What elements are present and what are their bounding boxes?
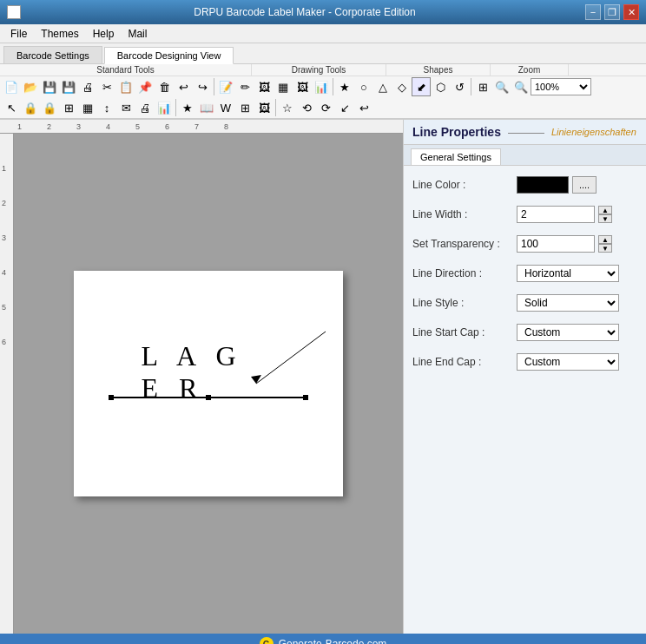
btn-r2-5[interactable]: ▦ (78, 98, 97, 117)
btn-shape-6[interactable]: ↺ (450, 77, 469, 96)
btn-r2-19[interactable]: ↩ (354, 98, 373, 117)
section-label-shapes: Shapes (386, 64, 491, 76)
ruler-tick-5: 5 (135, 122, 140, 131)
btn-print[interactable]: 🖨 (78, 77, 97, 96)
btn-new[interactable]: 📄 (2, 77, 21, 96)
line-handle-right[interactable] (303, 395, 308, 400)
btn-zoom-in[interactable]: 🔍 (492, 77, 511, 96)
btn-draw6[interactable]: 📊 (312, 77, 331, 96)
transparency-down[interactable]: ▼ (598, 244, 612, 253)
line-color-box[interactable] (517, 176, 569, 194)
transparency-input[interactable] (517, 235, 595, 253)
btn-r2-17[interactable]: ⟳ (316, 98, 335, 117)
prop-row-line-color: Line Color : .... (412, 176, 637, 194)
close-button[interactable]: ✕ (623, 4, 639, 20)
btn-copy[interactable]: 📋 (116, 77, 135, 96)
svg-marker-1 (251, 375, 261, 384)
tab-barcode-settings[interactable]: Barcode Settings (3, 46, 102, 63)
sep2 (333, 78, 333, 95)
btn-r2-3[interactable]: 🔒 (40, 98, 59, 117)
btn-shape-dia[interactable]: ◇ (392, 77, 412, 96)
line-style-select[interactable]: Solid Dashed Dotted (517, 294, 619, 312)
btn-shape-star[interactable]: ★ (335, 77, 354, 96)
line-width-input[interactable] (517, 206, 595, 223)
prop-control-transparency: ▲ ▼ (517, 235, 637, 253)
btn-r2-9[interactable]: 📊 (155, 98, 174, 117)
btn-r2-7[interactable]: ✉ (116, 98, 135, 117)
prop-label-line-style: Line Style : (412, 297, 517, 309)
btn-r2-4[interactable]: ⊞ (59, 98, 78, 117)
btn-save[interactable]: 💾 (40, 77, 59, 96)
properties-body: Line Color : .... Line Width : ▲ ▼ (404, 166, 646, 634)
prop-label-line-width: Line Width : (412, 208, 517, 220)
btn-r2-16[interactable]: ⟲ (297, 98, 316, 117)
line-start-cap-select[interactable]: Custom Flat Round Square Triangle (517, 324, 619, 341)
section-label-drawing: Drawing Tools (252, 64, 386, 76)
btn-draw1[interactable]: 📝 (216, 77, 235, 96)
window-title: DRPU Barcode Label Maker - Corporate Edi… (24, 6, 585, 18)
restore-button[interactable]: ❐ (604, 4, 620, 20)
btn-r2-13[interactable]: ⊞ (235, 98, 254, 117)
status-bar: G Generate-Barcode.com (0, 634, 646, 644)
label-canvas[interactable]: L A G E R (74, 271, 343, 496)
btn-draw3[interactable]: 🖼 (254, 77, 274, 96)
menu-file[interactable]: File (3, 26, 34, 42)
btn-shape-5[interactable]: ⬡ (431, 77, 450, 96)
line-width-down[interactable]: ▼ (598, 214, 612, 223)
btn-zoom-fit[interactable]: ⊞ (473, 77, 492, 96)
btn-open[interactable]: 📂 (21, 77, 40, 96)
btn-r2-18[interactable]: ↙ (335, 98, 354, 117)
menu-mail[interactable]: Mail (121, 26, 154, 42)
ruler-tick-2: 2 (47, 122, 51, 131)
toolbar-row-2: ↖ 🔒 🔒 ⊞ ▦ ↕ ✉ 🖨 📊 ★ 📖 W ⊞ 🖼 ☆ ⟲ ⟳ ↙ ↩ (0, 97, 646, 118)
btn-r2-14[interactable]: 🖼 (254, 98, 274, 117)
btn-draw2[interactable]: ✏ (235, 77, 254, 96)
line-handle-left[interactable] (109, 395, 114, 400)
transparency-up[interactable]: ▲ (598, 235, 612, 244)
btn-zoom-out[interactable]: 🔍 (511, 77, 531, 96)
btn-cut[interactable]: ✂ (97, 77, 116, 96)
prop-label-line-end-cap: Line End Cap : (412, 356, 517, 368)
properties-subtitle: Linieneigenschaften (551, 127, 636, 137)
line-element[interactable] (109, 397, 308, 398)
ruler-v-2: 2 (0, 173, 13, 207)
prop-control-line-color: .... (517, 176, 637, 194)
btn-delete[interactable]: 🗑 (155, 77, 174, 96)
menu-bar: File Themes Help Mail (0, 24, 646, 43)
transparency-spinner: ▲ ▼ (598, 235, 612, 253)
btn-r2-11[interactable]: 📖 (197, 98, 216, 117)
properties-header: Line Properties ——— Linieneigenschaften (404, 120, 646, 145)
line-width-up[interactable]: ▲ (598, 206, 612, 214)
line-color-picker-button[interactable]: .... (572, 176, 597, 194)
btn-r2-6[interactable]: ↕ (97, 98, 116, 117)
btn-r2-10[interactable]: ★ (178, 98, 197, 117)
menu-themes[interactable]: Themes (34, 26, 85, 42)
line-end-cap-select[interactable]: Custom Flat Round Square Triangle (517, 353, 619, 371)
line-handle-mid[interactable] (206, 395, 211, 400)
btn-save2[interactable]: 💾 (59, 77, 78, 96)
btn-paste[interactable]: 📌 (135, 77, 155, 96)
btn-undo[interactable]: ↩ (174, 77, 193, 96)
title-bar: DRPU Barcode Label Maker - Corporate Edi… (0, 0, 646, 24)
prop-tab-general[interactable]: General Settings (411, 148, 501, 165)
btn-r2-15[interactable]: ☆ (278, 98, 297, 117)
btn-draw5[interactable]: 🖼 (293, 77, 312, 96)
prop-row-transparency: Set Transparency : ▲ ▼ (412, 235, 637, 253)
zoom-select[interactable]: 100% 75% 150% 200% (531, 78, 591, 95)
tab-barcode-designing[interactable]: Barcode Designing View (104, 47, 234, 64)
btn-r2-1[interactable]: ↖ (2, 98, 21, 117)
menu-help[interactable]: Help (86, 26, 122, 42)
btn-shape-tri[interactable]: △ (373, 77, 392, 96)
line-direction-select[interactable]: Horizontal Vertical (517, 265, 619, 282)
btn-r2-2[interactable]: 🔒 (21, 98, 40, 117)
btn-barcode[interactable]: ▦ (274, 77, 293, 96)
btn-redo[interactable]: ↪ (193, 77, 212, 96)
prop-control-line-start-cap: Custom Flat Round Square Triangle (517, 324, 637, 341)
btn-r2-12[interactable]: W (216, 98, 235, 117)
btn-r2-8[interactable]: 🖨 (135, 98, 155, 117)
properties-tab-bar: General Settings (404, 145, 646, 166)
properties-title: Line Properties (412, 125, 501, 139)
btn-shape-circle[interactable]: ○ (354, 77, 373, 96)
minimize-button[interactable]: − (585, 4, 601, 20)
btn-shape-arrow[interactable]: ⬋ (412, 77, 431, 96)
